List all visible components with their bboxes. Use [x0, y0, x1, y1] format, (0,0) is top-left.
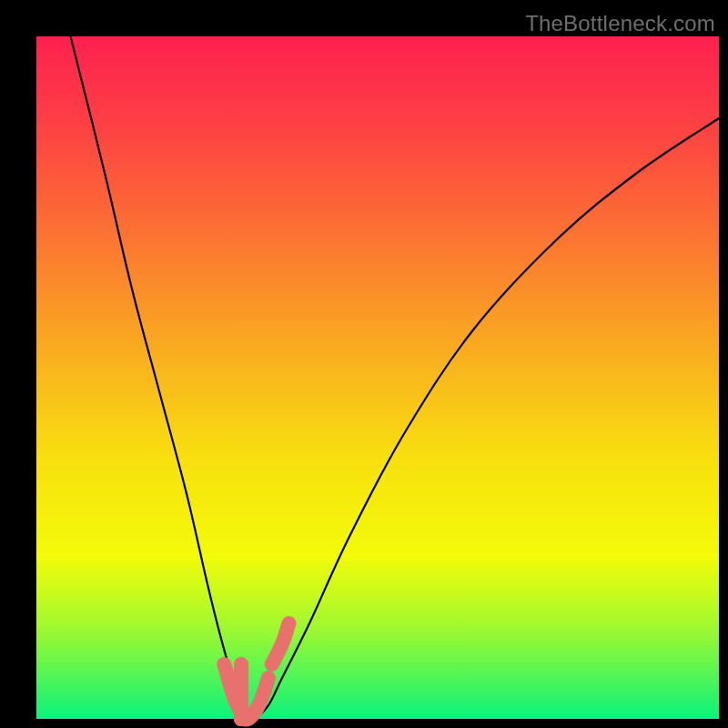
gradient-background	[36, 36, 719, 719]
plot-area	[36, 36, 719, 719]
watermark-text: TheBottleneck.com	[525, 11, 715, 36]
chart-svg	[36, 36, 719, 719]
figure-frame: TheBottleneck.com	[0, 0, 728, 728]
